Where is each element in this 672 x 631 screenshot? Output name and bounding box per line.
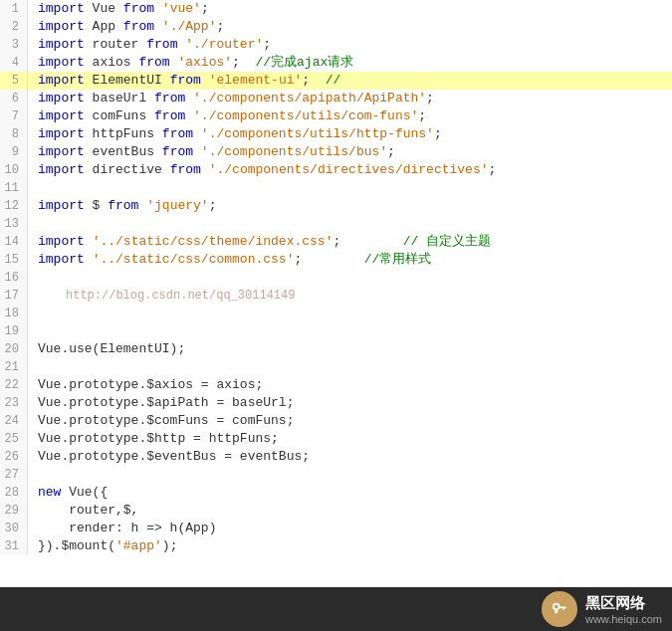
code-line: 27: [0, 466, 672, 484]
token-kw: import: [38, 198, 85, 213]
line-number: 31: [0, 537, 28, 555]
line-number: 8: [0, 125, 28, 143]
token-plain: [185, 91, 193, 105]
token-str: './components/apipath/ApiPath': [193, 91, 426, 105]
token-plain: Vue: [85, 1, 123, 16]
line-content: Vue.prototype.$comFuns = comFuns;: [28, 412, 672, 430]
code-line: 26Vue.prototype.$eventBus = eventBus;: [0, 448, 672, 466]
token-kw: from: [170, 73, 201, 88]
code-line: 6import baseUrl from './components/apipa…: [0, 90, 672, 107]
line-content: import Vue from 'vue';: [28, 0, 672, 18]
token-str: '../static/css/common.css': [93, 252, 295, 267]
token-str: './router': [185, 37, 263, 52]
line-number: 7: [0, 107, 28, 125]
line-content: import App from './App';: [28, 18, 672, 36]
token-str: './components/utils/http-funs': [201, 126, 434, 141]
token-plain: [85, 234, 93, 249]
brand-url: www.heiqu.com: [585, 613, 662, 625]
line-number: 29: [0, 502, 28, 520]
token-plain: ;: [489, 162, 497, 177]
line-content: [28, 466, 672, 484]
token-plain: [85, 252, 93, 267]
token-plain: Vue.prototype.$eventBus = eventBus;: [38, 449, 310, 464]
line-number: 22: [0, 376, 28, 394]
code-line: 16: [0, 269, 672, 287]
token-plain: ;: [201, 1, 209, 16]
line-content: [28, 358, 672, 376]
line-content: Vue.prototype.$http = httpFuns;: [28, 430, 672, 448]
token-kw: import: [38, 73, 85, 88]
line-number: 6: [0, 90, 28, 107]
token-plain: ;: [263, 37, 271, 52]
token-str: 'jquery': [146, 198, 208, 213]
token-plain: axios: [85, 55, 139, 70]
line-content: [28, 215, 672, 233]
code-line: 19: [0, 322, 672, 340]
token-plain: [201, 73, 209, 88]
token-str: './App': [162, 19, 217, 34]
code-line: 11: [0, 179, 672, 197]
line-content: import ElementUI from 'element-ui'; //: [28, 72, 672, 90]
code-line: 17http://blog.csdn.net/qq_30114149: [0, 287, 672, 305]
token-plain: [154, 19, 162, 34]
code-line: 4import axios from 'axios'; //完成ajax请求: [0, 54, 672, 72]
line-number: 18: [0, 305, 28, 322]
token-plain: [193, 126, 201, 141]
token-plain: [154, 1, 162, 16]
token-str: './components/utils/bus': [201, 144, 387, 159]
token-str: 'axios': [177, 55, 232, 70]
token-kw: import: [38, 55, 85, 70]
code-line: 22Vue.prototype.$axios = axios;: [0, 376, 672, 394]
line-number: 24: [0, 412, 28, 430]
token-comment: // 自定义主题: [403, 234, 491, 249]
code-line: 20Vue.use(ElementUI);: [0, 340, 672, 358]
token-plain: ;: [302, 73, 325, 88]
code-line: 7import comFuns from './components/utils…: [0, 107, 672, 125]
token-str: './components/utils/com-funs': [193, 108, 418, 123]
code-line: 24Vue.prototype.$comFuns = comFuns;: [0, 412, 672, 430]
code-line: 5import ElementUI from 'element-ui'; //: [0, 72, 672, 90]
line-content: import '../static/css/common.css'; //常用样…: [28, 251, 672, 269]
line-content: Vue.use(ElementUI);: [28, 340, 672, 358]
line-number: 10: [0, 161, 28, 179]
token-str: 'element-ui': [209, 73, 303, 88]
code-line: 31}).$mount('#app');: [0, 537, 672, 555]
line-number: 1: [0, 0, 28, 18]
line-content: [28, 322, 672, 340]
line-number: 2: [0, 18, 28, 36]
token-plain: ;: [387, 144, 395, 159]
code-line: 12import $ from 'jquery';: [0, 197, 672, 215]
token-plain: ;: [418, 108, 426, 123]
line-content: render: h => h(App): [28, 520, 672, 537]
line-number: 3: [0, 36, 28, 54]
token-plain: ElementUI: [85, 73, 170, 88]
code-line: 21: [0, 358, 672, 376]
code-line: 28new Vue({: [0, 484, 672, 502]
svg-rect-1: [555, 609, 558, 613]
code-line: 8import httpFuns from './components/util…: [0, 125, 672, 143]
token-plain: Vue.prototype.$apiPath = baseUrl;: [38, 395, 294, 410]
token-comment: //完成ajax请求: [255, 55, 353, 70]
token-kw: import: [38, 144, 85, 159]
line-number: 12: [0, 197, 28, 215]
line-number: 30: [0, 520, 28, 537]
code-line: 25Vue.prototype.$http = httpFuns;: [0, 430, 672, 448]
line-number: 19: [0, 322, 28, 340]
line-content: import baseUrl from './components/apipat…: [28, 90, 672, 107]
code-line: 10import directive from './components/di…: [0, 161, 672, 179]
token-str: 'vue': [162, 1, 201, 16]
token-plain: App: [85, 19, 123, 34]
token-kw: import: [38, 19, 85, 34]
line-content: import axios from 'axios'; //完成ajax请求: [28, 54, 672, 72]
line-number: 28: [0, 484, 28, 502]
line-content: import directive from './components/dire…: [28, 161, 672, 179]
line-content: import comFuns from './components/utils/…: [28, 107, 672, 125]
token-kw: from: [170, 162, 201, 177]
line-content: import '../static/css/theme/index.css'; …: [28, 233, 672, 251]
token-plain: ;: [232, 55, 255, 70]
token-plain: [185, 108, 193, 123]
line-content: import $ from 'jquery';: [28, 197, 672, 215]
token-plain: [201, 162, 209, 177]
token-kw: import: [38, 162, 85, 177]
line-number: 26: [0, 448, 28, 466]
